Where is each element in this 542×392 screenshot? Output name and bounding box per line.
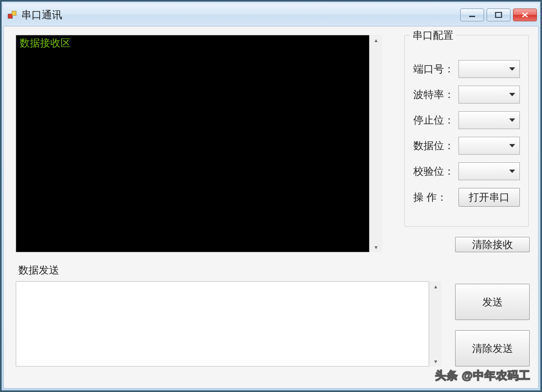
svg-rect-2 (469, 16, 475, 17)
svg-line-5 (522, 13, 528, 17)
scroll-down-icon: ▾ (369, 242, 382, 252)
clear-receive-label: 清除接收 (472, 238, 513, 251)
svg-rect-3 (496, 12, 502, 17)
svg-rect-1 (12, 11, 16, 15)
receive-scrollbar[interactable]: ▴ ▾ (369, 35, 382, 252)
send-legend: 数据发送 (18, 263, 391, 277)
config-legend: 串口配置 (410, 29, 456, 42)
svg-line-4 (522, 13, 528, 17)
clear-send-button[interactable]: 清除发送 (455, 330, 530, 366)
title-bar: 串口通讯 (3, 3, 539, 26)
scroll-up-icon: ▴ (429, 281, 442, 291)
chevron-down-icon (509, 67, 515, 71)
databits-label: 数据位： (413, 139, 451, 153)
chevron-down-icon (509, 170, 515, 173)
close-icon (521, 12, 529, 18)
receive-panel: 数据接收区 ▴ ▾ (16, 35, 391, 252)
operate-label: 操 作： (413, 190, 451, 204)
receive-placeholder: 数据接收区 (20, 37, 71, 49)
scroll-up-icon: ▴ (369, 35, 382, 45)
parity-label: 校验位： (413, 164, 451, 178)
open-port-button[interactable]: 打开串口 (458, 188, 520, 207)
close-button[interactable] (513, 9, 537, 21)
clear-send-label: 清除发送 (472, 342, 513, 355)
serial-config-group: 串口配置 端口号： 波特率： (404, 35, 529, 227)
maximize-button[interactable] (487, 9, 510, 21)
receive-textarea[interactable]: 数据接收区 (16, 35, 369, 252)
open-port-label: 打开串口 (469, 190, 510, 204)
app-icon (8, 10, 17, 20)
watermark: 头条 @中年农码工 (435, 368, 530, 383)
window-controls (460, 9, 537, 21)
minimize-button[interactable] (460, 9, 484, 21)
scroll-down-icon: ▾ (429, 356, 442, 366)
port-label: 端口号： (413, 62, 451, 76)
baud-combobox[interactable] (458, 86, 520, 104)
maximize-icon (495, 12, 502, 18)
stopbits-combobox[interactable] (458, 111, 520, 129)
chevron-down-icon (509, 93, 515, 96)
window-title: 串口通讯 (21, 8, 62, 22)
send-textarea[interactable] (16, 281, 429, 366)
parity-combobox[interactable] (458, 162, 520, 180)
chevron-down-icon (509, 144, 515, 147)
send-button[interactable]: 发送 (455, 284, 530, 320)
databits-combobox[interactable] (458, 137, 520, 155)
window-frame: 串口通讯 数据接收区 (1, 1, 541, 391)
chevron-down-icon (509, 118, 515, 122)
port-combobox[interactable] (458, 60, 520, 78)
stopbits-label: 停止位： (413, 113, 451, 127)
baud-label: 波特率： (413, 88, 451, 101)
minimize-icon (468, 12, 476, 18)
client-area: 数据接收区 ▴ ▾ 串口配置 端口号： (3, 26, 539, 389)
send-scrollbar[interactable]: ▴ ▾ (429, 281, 442, 366)
send-label: 发送 (482, 295, 503, 309)
clear-receive-button[interactable]: 清除接收 (455, 237, 530, 252)
